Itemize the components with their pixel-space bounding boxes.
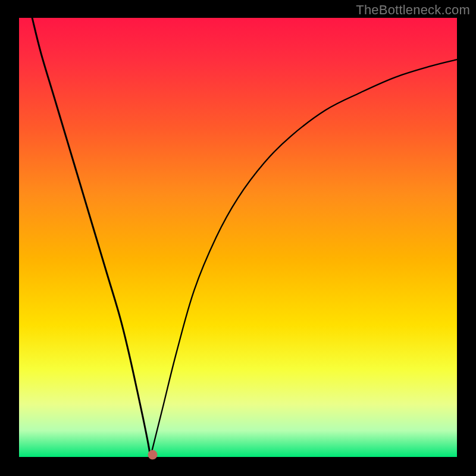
bottleneck-marker [148,450,157,459]
bottleneck-chart [0,0,476,476]
chart-container: TheBottleneck.com [0,0,476,476]
plot-area [19,18,457,457]
watermark-label: TheBottleneck.com [356,2,470,18]
